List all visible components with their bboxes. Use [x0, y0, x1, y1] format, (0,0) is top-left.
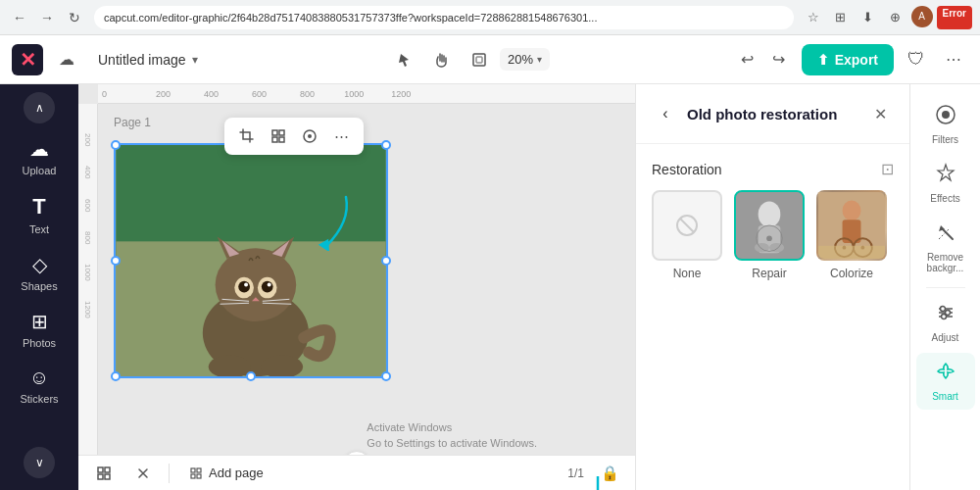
canvas-area: 0 200 400 600 800 1000 1200 200 400 600 …: [78, 84, 635, 490]
add-page-icon-button[interactable]: [90, 460, 118, 487]
frame-tool-button[interactable]: [463, 43, 496, 76]
add-page-label: Add page: [209, 466, 264, 480]
svg-point-61: [942, 111, 950, 119]
sidebar-item-photos[interactable]: ⊞ Photos: [8, 302, 71, 357]
file-title: Untitled image: [98, 52, 186, 68]
panel-close-button[interactable]: ✕: [866, 100, 894, 127]
app-logo: ✕: [12, 44, 43, 75]
svg-rect-59: [818, 246, 885, 259]
adjust-label: Adjust: [932, 332, 959, 343]
stickers-icon: ☺: [29, 367, 49, 389]
zoom-value: 20%: [508, 52, 533, 67]
file-title-section[interactable]: Untitled image ▾: [90, 48, 206, 72]
replace-image-button[interactable]: [295, 122, 324, 151]
smart-icon: [935, 361, 956, 387]
address-bar[interactable]: [94, 6, 794, 29]
sidebar-item-stickers[interactable]: ☺ Stickers: [8, 359, 71, 413]
mini-sidebar-item-remove-bg[interactable]: Remove backgr...: [916, 214, 975, 281]
text-icon: T: [32, 194, 45, 220]
zoom-control[interactable]: 20% ▾: [500, 48, 550, 71]
extension-button[interactable]: ⊞: [829, 6, 853, 29]
image-more-button[interactable]: ⋯: [326, 122, 356, 151]
profile-button[interactable]: ⊕: [884, 6, 907, 29]
undo-button[interactable]: ↩: [733, 45, 762, 74]
panel-header: ‹ Old photo restoration ✕: [636, 84, 909, 144]
colorize-thumb: [816, 190, 887, 261]
handle-top-right[interactable]: [381, 140, 391, 150]
user-avatar: A: [911, 6, 933, 27]
svg-point-21: [244, 283, 248, 287]
forward-button[interactable]: →: [35, 6, 59, 29]
export-label: Export: [835, 52, 878, 68]
grid-align-button[interactable]: [264, 122, 293, 151]
crop-button[interactable]: [232, 122, 262, 151]
star-button[interactable]: ☆: [802, 6, 825, 29]
handle-bottom-right[interactable]: [381, 371, 391, 381]
mini-sidebar-item-effects[interactable]: Effects: [916, 155, 975, 212]
restoration-option-none[interactable]: None: [652, 190, 722, 280]
smart-label: Smart: [932, 391, 958, 402]
delete-button[interactable]: [129, 460, 157, 487]
panel-title: Old photo restoration: [687, 106, 858, 122]
page-counter: 1/1: [567, 466, 584, 480]
reload-button[interactable]: ↻: [63, 6, 86, 29]
sidebar-scroll-up[interactable]: ∧: [24, 92, 55, 123]
sidebar-item-upload[interactable]: ☁ Upload: [8, 129, 71, 184]
restoration-options-grid: None: [652, 190, 894, 280]
canvas-image-container[interactable]: [114, 143, 388, 378]
pointer-tool-button[interactable]: [388, 43, 421, 76]
restoration-panel: ‹ Old photo restoration ✕ Restoration ⊡ …: [635, 84, 909, 490]
page-label: Page 1: [114, 116, 151, 129]
mini-sidebar-item-smart[interactable]: Smart: [916, 353, 975, 410]
handle-middle-right[interactable]: [381, 256, 391, 266]
sidebar-scroll-down[interactable]: ∨: [24, 447, 55, 478]
bottom-bar-divider: [169, 464, 170, 483]
left-sidebar: ∧ ☁ Upload T Text ◇ Shapes ⊞ Photos ☺ St…: [0, 84, 78, 490]
ruler-left: 200 400 600 800 1000 1200: [78, 104, 98, 490]
handle-bottom-left[interactable]: [111, 371, 121, 381]
svg-line-44: [680, 219, 694, 232]
svg-rect-40: [197, 468, 201, 472]
filters-label: Filters: [932, 134, 958, 145]
sidebar-item-text[interactable]: T Text: [8, 186, 71, 243]
zoom-chevron-icon: ▾: [537, 54, 542, 65]
compare-icon[interactable]: ⊡: [881, 160, 894, 178]
add-page-button[interactable]: Add page: [181, 462, 271, 484]
browser-chrome: ← → ↻ ☆ ⊞ ⬇ ⊕ A Error: [0, 0, 980, 35]
hand-tool-button[interactable]: [425, 43, 459, 76]
back-button[interactable]: ←: [8, 6, 31, 29]
panel-section-title: Restoration: [652, 162, 722, 177]
restoration-option-repair[interactable]: Repair: [734, 190, 805, 280]
upload-label: Upload: [23, 165, 57, 176]
export-button[interactable]: ⬆ Export: [802, 44, 894, 75]
mini-sidebar-item-adjust[interactable]: Adjust: [916, 294, 975, 351]
browser-nav-buttons: ← → ↻: [8, 6, 86, 29]
more-options-button[interactable]: ⋯: [939, 45, 968, 74]
none-thumb: [652, 190, 722, 261]
redo-button[interactable]: ↪: [764, 45, 794, 74]
mini-sidebar-item-filters[interactable]: Filters: [916, 96, 975, 153]
shield-button[interactable]: 🛡: [902, 45, 931, 74]
handle-bottom-middle[interactable]: [246, 371, 256, 381]
repair-thumb: [734, 190, 805, 261]
handle-top-left[interactable]: [111, 140, 121, 150]
restoration-option-colorize[interactable]: Colorize: [816, 190, 887, 280]
tool-buttons: 20% ▾: [388, 43, 550, 76]
svg-point-19: [238, 281, 250, 293]
sidebar-item-shapes[interactable]: ◇ Shapes: [8, 245, 71, 300]
download-button[interactable]: ⬇: [857, 6, 880, 29]
filters-icon: [935, 104, 956, 130]
handle-middle-left[interactable]: [111, 256, 121, 266]
svg-rect-36: [105, 467, 110, 472]
effects-icon: [935, 163, 956, 189]
cloud-save-button[interactable]: ☁: [55, 48, 78, 72]
panel-arrow: [297, 192, 356, 255]
svg-rect-39: [191, 468, 195, 472]
svg-rect-42: [197, 474, 201, 478]
panel-back-button[interactable]: ‹: [652, 100, 679, 127]
svg-rect-2: [272, 130, 277, 135]
toolbar-actions: ↩ ↪ ⬆ Export 🛡 ⋯: [733, 44, 968, 75]
effects-label: Effects: [930, 193, 959, 204]
photos-icon: ⊞: [31, 310, 48, 333]
svg-rect-3: [279, 130, 284, 135]
